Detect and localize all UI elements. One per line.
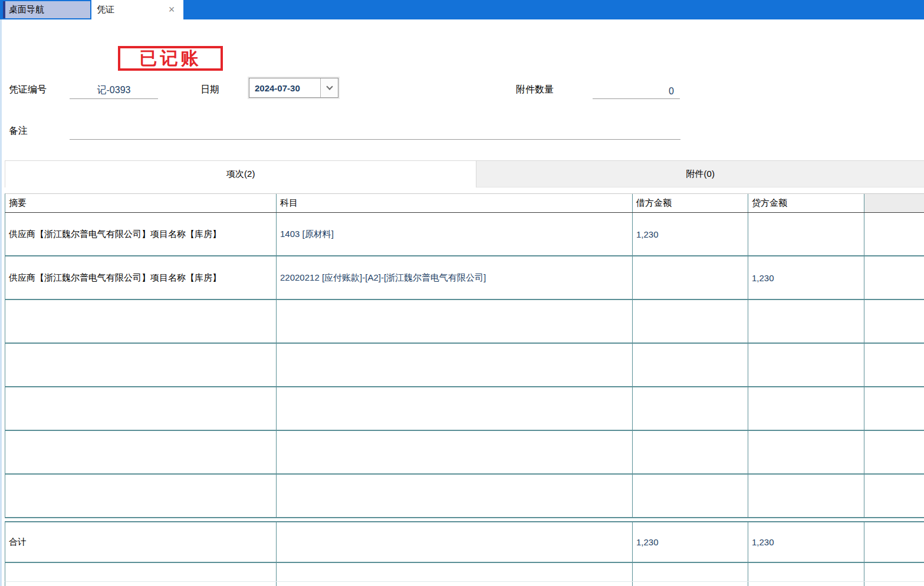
window-left-edge <box>0 19 2 586</box>
attachment-count-value: 0 <box>593 86 680 98</box>
cell-account[interactable] <box>277 300 633 343</box>
tab-voucher[interactable]: 凭证 × <box>91 0 183 19</box>
cell-summary[interactable] <box>5 300 277 343</box>
cell-account <box>277 582 633 586</box>
cell-credit[interactable] <box>748 475 864 517</box>
cell-debit[interactable] <box>633 300 748 343</box>
entries-table: 摘要 科目 借方金额 贷方金额 供应商【浙江魏尔普电气有限公司】项目名称【库房】… <box>5 193 924 586</box>
cell-extra[interactable] <box>864 563 924 581</box>
column-header-credit: 贷方金额 <box>748 194 864 212</box>
total-debit: 1,230 <box>633 522 748 562</box>
table-row <box>5 563 924 582</box>
posted-stamp-label: 已记账 <box>140 47 202 71</box>
cell-account[interactable] <box>277 431 633 473</box>
voucher-no-value: 记-0393 <box>70 84 158 98</box>
cell-extra[interactable] <box>864 344 924 386</box>
voucher-no-label: 凭证编号 <box>9 84 47 96</box>
cell-extra[interactable] <box>864 300 924 343</box>
cell-extra[interactable] <box>864 387 924 430</box>
cell-account[interactable] <box>277 387 633 430</box>
remarks-label: 备注 <box>9 125 28 137</box>
table-row <box>5 582 924 586</box>
cell-account[interactable]: 1403 [原材料] <box>277 213 633 255</box>
tab-items-label: 项次(2) <box>226 169 255 180</box>
cell-summary[interactable] <box>5 344 277 386</box>
cell-credit[interactable] <box>748 563 864 581</box>
section-tabs: 项次(2) 附件(0) <box>5 160 924 187</box>
close-icon[interactable]: × <box>166 4 177 15</box>
total-account-cell <box>277 522 633 562</box>
table-row <box>5 475 924 518</box>
cell-extra <box>864 582 924 586</box>
cell-credit <box>748 582 864 586</box>
table-row <box>5 387 924 431</box>
cell-debit[interactable] <box>633 387 748 430</box>
voucher-no-field[interactable]: 记-0393 <box>70 78 158 99</box>
total-row: 合计 1,230 1,230 <box>5 521 924 563</box>
tab-desktop-navigation[interactable]: 桌面导航 <box>3 1 90 18</box>
cell-summary[interactable] <box>5 387 277 430</box>
cell-credit[interactable] <box>748 344 864 386</box>
cell-debit[interactable] <box>633 475 748 517</box>
date-picker[interactable]: 2024-07-30 <box>249 78 338 98</box>
cell-debit[interactable] <box>633 344 748 386</box>
cell-credit[interactable] <box>748 387 864 430</box>
column-header-summary: 摘要 <box>5 194 277 212</box>
cell-debit[interactable] <box>633 563 748 581</box>
total-credit: 1,230 <box>748 522 864 562</box>
remarks-field[interactable] <box>70 118 680 140</box>
table-row <box>5 431 924 475</box>
tab-attachments-label: 附件(0) <box>686 169 715 180</box>
cell-summary[interactable] <box>5 563 277 581</box>
tab-attachments[interactable]: 附件(0) <box>476 161 924 187</box>
cell-credit[interactable]: 1,230 <box>748 256 864 299</box>
remarks-value <box>70 137 680 139</box>
titlebar: 桌面导航 凭证 × <box>0 0 924 19</box>
column-header-account: 科目 <box>277 194 633 212</box>
date-dropdown-button[interactable] <box>320 78 338 97</box>
cell-credit[interactable] <box>748 213 864 255</box>
cell-account[interactable] <box>277 563 633 581</box>
column-header-debit: 借方金额 <box>633 194 748 212</box>
cell-extra[interactable] <box>864 256 924 299</box>
cell-summary[interactable]: 供应商【浙江魏尔普电气有限公司】项目名称【库房】 <box>5 256 277 299</box>
cell-extra[interactable] <box>864 213 924 255</box>
cell-summary[interactable]: 供应商【浙江魏尔普电气有限公司】项目名称【库房】 <box>5 213 277 255</box>
cell-debit[interactable]: 1,230 <box>633 213 748 255</box>
table-row: 供应商【浙江魏尔普电气有限公司】项目名称【库房】 1403 [原材料] 1,23… <box>5 213 924 256</box>
column-header-extra <box>864 194 924 212</box>
total-extra-cell <box>864 522 924 562</box>
cell-credit[interactable] <box>748 300 864 343</box>
attachment-count-field[interactable]: 0 <box>593 78 680 99</box>
cell-account[interactable] <box>277 344 633 386</box>
cell-debit <box>633 582 748 586</box>
tab-items[interactable]: 项次(2) <box>5 161 476 187</box>
cell-debit[interactable] <box>633 256 748 299</box>
table-row: 供应商【浙江魏尔普电气有限公司】项目名称【库房】 22020212 [应付账款]… <box>5 256 924 300</box>
cell-extra[interactable] <box>864 431 924 473</box>
cell-summary[interactable] <box>5 475 277 517</box>
chevron-down-icon <box>326 83 333 90</box>
tab-desktop-navigation-label: 桌面导航 <box>9 4 44 15</box>
table-header-row: 摘要 科目 借方金额 贷方金额 <box>5 193 924 213</box>
cell-account[interactable]: 22020212 [应付账款]-[A2]-[浙江魏尔普电气有限公司] <box>277 256 633 299</box>
total-label: 合计 <box>5 522 277 562</box>
attachment-count-label: 附件数量 <box>516 84 554 96</box>
cell-summary <box>5 582 277 586</box>
tab-voucher-label: 凭证 <box>97 4 114 15</box>
date-label: 日期 <box>200 84 219 96</box>
table-row <box>5 300 924 344</box>
cell-summary[interactable] <box>5 431 277 473</box>
cell-credit[interactable] <box>748 431 864 473</box>
posted-stamp: 已记账 <box>118 46 223 71</box>
cell-debit[interactable] <box>633 431 748 473</box>
table-row <box>5 344 924 387</box>
cell-extra[interactable] <box>864 475 924 517</box>
voucher-window: 桌面导航 凭证 × 已记账 凭证编号 记-0393 日期 2024-07-30 … <box>0 0 924 586</box>
date-value: 2024-07-30 <box>249 83 320 93</box>
cell-account[interactable] <box>277 475 633 517</box>
